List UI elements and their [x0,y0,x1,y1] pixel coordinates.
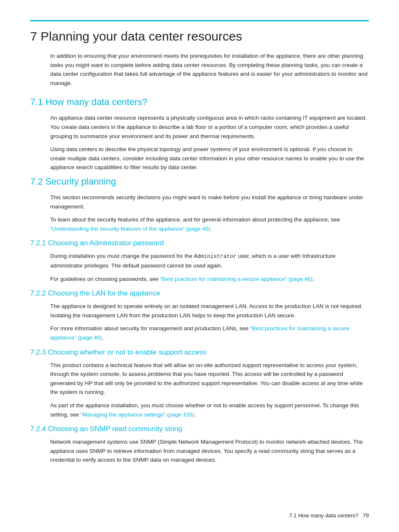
link-best-practices-721[interactable]: “Best practices for maintaining a secure… [160,276,313,282]
page-container: 7 Planning your data center resources In… [0,0,399,532]
subsection-724-body: Network management systems use SNMP (Sim… [50,437,369,465]
chapter-intro-text: In addition to ensuring that your enviro… [50,51,369,87]
section-72-title: 7.2 Security planning [30,176,369,187]
subsection-723-para-1: This product contains a technical featur… [50,361,369,397]
page-footer: 7.1 How many data centers? 79 [289,512,369,519]
top-rule [30,20,369,21]
link-managing-appliance-settings[interactable]: “Managing the appliance settings” (page … [81,411,194,418]
subsection-723: 7.2.3 Choosing whether or not to enable … [30,348,369,419]
subsection-724-para-1: Network management systems use SNMP (Sim… [50,437,369,465]
section-71: 7.1 How many data centers? An appliance … [30,97,369,172]
section-72-body: This section recommends security decisio… [50,193,369,233]
footer-section-ref: 7.1 How many data centers? [289,512,358,519]
footer-page-number: 79 [363,512,369,519]
subsection-722-body: The appliance is designed to operate ent… [50,302,369,342]
section-71-body: An appliance data center resource repres… [50,113,369,172]
subsection-721-para-1: During installation you must change the … [50,252,369,270]
subsection-724-title: 7.2.4 Choosing an SNMP read community st… [30,425,369,433]
section-71-para-1: An appliance data center resource repres… [50,113,369,141]
subsection-722-para-2-before: For more information about security for … [50,325,250,332]
administrator-code: Administrator [194,253,236,260]
subsection-721-para-2-after: . [312,276,314,282]
section-72-para-1: This section recommends security decisio… [50,193,369,211]
subsection-721-para-2-before: For guidelines on choosing passwords, se… [50,276,160,282]
subsection-724: 7.2.4 Choosing an SNMP read community st… [30,425,369,465]
link-security-features[interactable]: “Understanding the security features of … [50,226,210,232]
subsection-721-para-2: For guidelines on choosing passwords, se… [50,275,369,284]
subsection-721-body: During installation you must change the … [50,252,369,283]
subsection-722: 7.2.2 Choosing the LAN for the appliance… [30,289,369,342]
subsection-721-para-1-before: During installation you must change the … [50,253,194,259]
subsection-721: 7.2.1 Choosing an Administrator password… [30,239,369,283]
chapter-title: 7 Planning your data center resources [30,29,369,44]
subsection-723-para-2: As part of the appliance installation, y… [50,401,369,419]
subsection-722-para-2-after: . [102,334,104,341]
section-71-title: 7.1 How many data centers? [30,97,369,108]
subsection-722-para-2: For more information about security for … [50,324,369,342]
chapter-intro: In addition to ensuring that your enviro… [50,51,369,87]
subsection-723-title: 7.2.3 Choosing whether or not to enable … [30,348,369,357]
subsection-721-title: 7.2.1 Choosing an Administrator password [30,239,369,247]
section-72: 7.2 Security planning This section recom… [30,176,369,465]
subsection-722-title: 7.2.2 Choosing the LAN for the appliance [30,289,369,298]
subsection-723-para-2-after: . [194,411,196,418]
section-71-para-2: Using data centers to describe the physi… [50,145,369,172]
subsection-722-para-1: The appliance is designed to operate ent… [50,302,369,320]
section-72-para-2-after: . [210,226,212,232]
section-72-para-2-before: To learn about the security features of … [50,216,340,223]
subsection-723-body: This product contains a technical featur… [50,361,369,419]
section-72-para-2: To learn about the security features of … [50,215,369,233]
